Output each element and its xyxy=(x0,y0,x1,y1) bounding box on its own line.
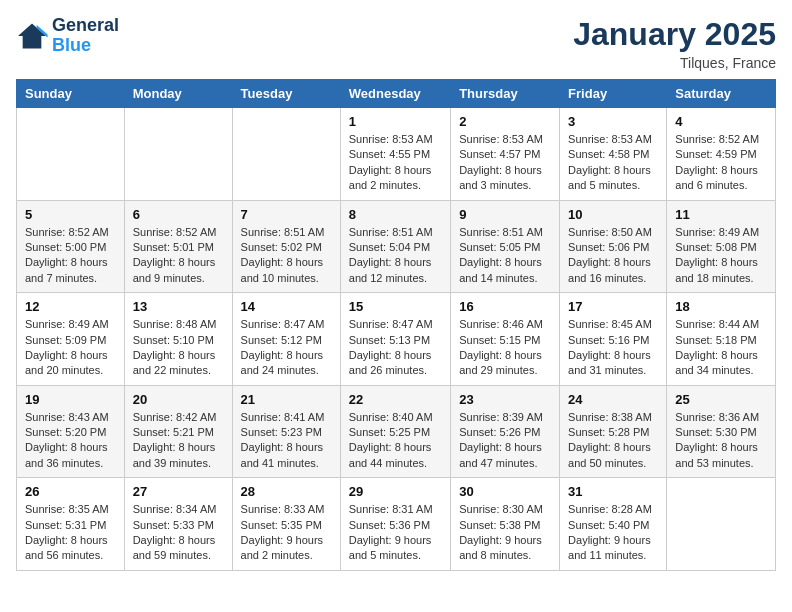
day-number: 5 xyxy=(25,207,116,222)
day-info: Sunrise: 8:28 AM Sunset: 5:40 PM Dayligh… xyxy=(568,502,658,564)
day-info: Sunrise: 8:42 AM Sunset: 5:21 PM Dayligh… xyxy=(133,410,224,472)
day-number: 18 xyxy=(675,299,767,314)
calendar-cell: 1Sunrise: 8:53 AM Sunset: 4:55 PM Daylig… xyxy=(340,108,450,201)
month-title: January 2025 xyxy=(573,16,776,53)
calendar-cell: 6Sunrise: 8:52 AM Sunset: 5:01 PM Daylig… xyxy=(124,200,232,293)
calendar-cell: 14Sunrise: 8:47 AM Sunset: 5:12 PM Dayli… xyxy=(232,293,340,386)
calendar-week-0: 1Sunrise: 8:53 AM Sunset: 4:55 PM Daylig… xyxy=(17,108,776,201)
calendar-cell: 8Sunrise: 8:51 AM Sunset: 5:04 PM Daylig… xyxy=(340,200,450,293)
day-info: Sunrise: 8:30 AM Sunset: 5:38 PM Dayligh… xyxy=(459,502,551,564)
day-number: 16 xyxy=(459,299,551,314)
calendar-cell: 11Sunrise: 8:49 AM Sunset: 5:08 PM Dayli… xyxy=(667,200,776,293)
day-info: Sunrise: 8:34 AM Sunset: 5:33 PM Dayligh… xyxy=(133,502,224,564)
calendar-cell: 22Sunrise: 8:40 AM Sunset: 5:25 PM Dayli… xyxy=(340,385,450,478)
calendar-cell: 10Sunrise: 8:50 AM Sunset: 5:06 PM Dayli… xyxy=(560,200,667,293)
day-number: 4 xyxy=(675,114,767,129)
calendar-header-monday: Monday xyxy=(124,80,232,108)
day-info: Sunrise: 8:31 AM Sunset: 5:36 PM Dayligh… xyxy=(349,502,442,564)
day-info: Sunrise: 8:41 AM Sunset: 5:23 PM Dayligh… xyxy=(241,410,332,472)
day-number: 7 xyxy=(241,207,332,222)
day-info: Sunrise: 8:53 AM Sunset: 4:55 PM Dayligh… xyxy=(349,132,442,194)
calendar-cell: 27Sunrise: 8:34 AM Sunset: 5:33 PM Dayli… xyxy=(124,478,232,571)
calendar-cell: 19Sunrise: 8:43 AM Sunset: 5:20 PM Dayli… xyxy=(17,385,125,478)
day-number: 17 xyxy=(568,299,658,314)
location: Tilques, France xyxy=(573,55,776,71)
calendar-header-sunday: Sunday xyxy=(17,80,125,108)
day-info: Sunrise: 8:47 AM Sunset: 5:12 PM Dayligh… xyxy=(241,317,332,379)
calendar-cell: 15Sunrise: 8:47 AM Sunset: 5:13 PM Dayli… xyxy=(340,293,450,386)
day-number: 8 xyxy=(349,207,442,222)
day-number: 12 xyxy=(25,299,116,314)
day-info: Sunrise: 8:35 AM Sunset: 5:31 PM Dayligh… xyxy=(25,502,116,564)
calendar-cell: 24Sunrise: 8:38 AM Sunset: 5:28 PM Dayli… xyxy=(560,385,667,478)
calendar-cell: 20Sunrise: 8:42 AM Sunset: 5:21 PM Dayli… xyxy=(124,385,232,478)
title-block: January 2025 Tilques, France xyxy=(573,16,776,71)
day-number: 3 xyxy=(568,114,658,129)
day-number: 26 xyxy=(25,484,116,499)
day-info: Sunrise: 8:52 AM Sunset: 4:59 PM Dayligh… xyxy=(675,132,767,194)
calendar-cell: 17Sunrise: 8:45 AM Sunset: 5:16 PM Dayli… xyxy=(560,293,667,386)
calendar-header-wednesday: Wednesday xyxy=(340,80,450,108)
day-number: 30 xyxy=(459,484,551,499)
calendar-cell xyxy=(667,478,776,571)
calendar-header-friday: Friday xyxy=(560,80,667,108)
calendar-cell: 13Sunrise: 8:48 AM Sunset: 5:10 PM Dayli… xyxy=(124,293,232,386)
calendar-cell: 21Sunrise: 8:41 AM Sunset: 5:23 PM Dayli… xyxy=(232,385,340,478)
calendar-cell: 3Sunrise: 8:53 AM Sunset: 4:58 PM Daylig… xyxy=(560,108,667,201)
svg-marker-0 xyxy=(18,23,46,48)
calendar-cell: 25Sunrise: 8:36 AM Sunset: 5:30 PM Dayli… xyxy=(667,385,776,478)
calendar-cell: 12Sunrise: 8:49 AM Sunset: 5:09 PM Dayli… xyxy=(17,293,125,386)
logo: General Blue xyxy=(16,16,119,56)
calendar-cell xyxy=(232,108,340,201)
calendar-cell: 28Sunrise: 8:33 AM Sunset: 5:35 PM Dayli… xyxy=(232,478,340,571)
calendar-table: SundayMondayTuesdayWednesdayThursdayFrid… xyxy=(16,79,776,571)
page-header: General Blue January 2025 Tilques, Franc… xyxy=(16,16,776,71)
calendar-header-saturday: Saturday xyxy=(667,80,776,108)
calendar-cell: 18Sunrise: 8:44 AM Sunset: 5:18 PM Dayli… xyxy=(667,293,776,386)
day-number: 9 xyxy=(459,207,551,222)
day-number: 20 xyxy=(133,392,224,407)
calendar-cell: 30Sunrise: 8:30 AM Sunset: 5:38 PM Dayli… xyxy=(451,478,560,571)
day-info: Sunrise: 8:52 AM Sunset: 5:01 PM Dayligh… xyxy=(133,225,224,287)
calendar-week-1: 5Sunrise: 8:52 AM Sunset: 5:00 PM Daylig… xyxy=(17,200,776,293)
day-info: Sunrise: 8:50 AM Sunset: 5:06 PM Dayligh… xyxy=(568,225,658,287)
day-info: Sunrise: 8:48 AM Sunset: 5:10 PM Dayligh… xyxy=(133,317,224,379)
day-info: Sunrise: 8:53 AM Sunset: 4:57 PM Dayligh… xyxy=(459,132,551,194)
logo-icon xyxy=(16,22,48,50)
calendar-cell: 16Sunrise: 8:46 AM Sunset: 5:15 PM Dayli… xyxy=(451,293,560,386)
day-number: 10 xyxy=(568,207,658,222)
day-info: Sunrise: 8:39 AM Sunset: 5:26 PM Dayligh… xyxy=(459,410,551,472)
calendar-cell: 9Sunrise: 8:51 AM Sunset: 5:05 PM Daylig… xyxy=(451,200,560,293)
day-number: 19 xyxy=(25,392,116,407)
day-info: Sunrise: 8:33 AM Sunset: 5:35 PM Dayligh… xyxy=(241,502,332,564)
day-number: 11 xyxy=(675,207,767,222)
day-number: 15 xyxy=(349,299,442,314)
day-number: 22 xyxy=(349,392,442,407)
calendar-cell: 23Sunrise: 8:39 AM Sunset: 5:26 PM Dayli… xyxy=(451,385,560,478)
calendar-cell: 7Sunrise: 8:51 AM Sunset: 5:02 PM Daylig… xyxy=(232,200,340,293)
day-number: 31 xyxy=(568,484,658,499)
day-number: 25 xyxy=(675,392,767,407)
calendar-cell xyxy=(124,108,232,201)
day-info: Sunrise: 8:51 AM Sunset: 5:04 PM Dayligh… xyxy=(349,225,442,287)
day-info: Sunrise: 8:53 AM Sunset: 4:58 PM Dayligh… xyxy=(568,132,658,194)
day-number: 29 xyxy=(349,484,442,499)
calendar-cell xyxy=(17,108,125,201)
day-info: Sunrise: 8:49 AM Sunset: 5:08 PM Dayligh… xyxy=(675,225,767,287)
day-info: Sunrise: 8:45 AM Sunset: 5:16 PM Dayligh… xyxy=(568,317,658,379)
calendar-week-3: 19Sunrise: 8:43 AM Sunset: 5:20 PM Dayli… xyxy=(17,385,776,478)
calendar-header-row: SundayMondayTuesdayWednesdayThursdayFrid… xyxy=(17,80,776,108)
logo-text: General Blue xyxy=(52,16,119,56)
day-info: Sunrise: 8:51 AM Sunset: 5:05 PM Dayligh… xyxy=(459,225,551,287)
day-number: 24 xyxy=(568,392,658,407)
day-number: 28 xyxy=(241,484,332,499)
calendar-cell: 2Sunrise: 8:53 AM Sunset: 4:57 PM Daylig… xyxy=(451,108,560,201)
day-info: Sunrise: 8:51 AM Sunset: 5:02 PM Dayligh… xyxy=(241,225,332,287)
calendar-week-2: 12Sunrise: 8:49 AM Sunset: 5:09 PM Dayli… xyxy=(17,293,776,386)
day-info: Sunrise: 8:38 AM Sunset: 5:28 PM Dayligh… xyxy=(568,410,658,472)
day-info: Sunrise: 8:36 AM Sunset: 5:30 PM Dayligh… xyxy=(675,410,767,472)
day-number: 23 xyxy=(459,392,551,407)
calendar-week-4: 26Sunrise: 8:35 AM Sunset: 5:31 PM Dayli… xyxy=(17,478,776,571)
day-info: Sunrise: 8:43 AM Sunset: 5:20 PM Dayligh… xyxy=(25,410,116,472)
day-info: Sunrise: 8:40 AM Sunset: 5:25 PM Dayligh… xyxy=(349,410,442,472)
